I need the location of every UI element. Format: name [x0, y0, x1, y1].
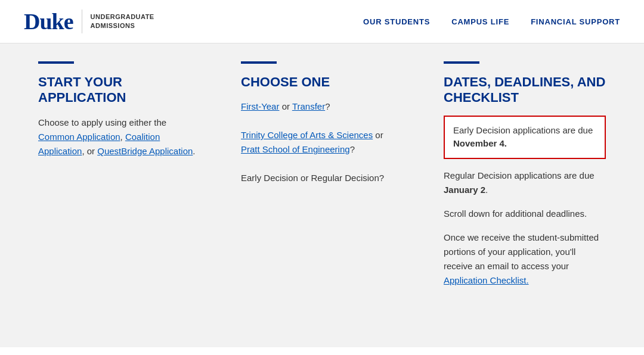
start-application-column: START YOUR APPLICATION Choose to apply u…: [24, 43, 215, 323]
nav-financial-support[interactable]: FINANCIAL SUPPORT: [531, 17, 620, 26]
regular-decision-text-pre: Regular Decision applications are due: [444, 170, 595, 180]
scroll-down-text: Scroll down for additional deadlines.: [444, 207, 606, 221]
pratt-school-link[interactable]: Pratt School of Engineering: [241, 144, 350, 154]
dates-deadlines-body: Early Decision applications are due Nove…: [444, 116, 606, 288]
period1: .: [193, 146, 195, 156]
early-decision-highlight-box: Early Decision applications are due Nove…: [444, 116, 606, 159]
early-decision-text-pre: Early Decision applications are due: [453, 125, 593, 135]
choose-one-title: CHOOSE ONE: [241, 74, 403, 90]
start-app-intro-text: Choose to apply using either the: [38, 117, 166, 127]
choose-decision-type: Early Decision or Regular Decision?: [241, 171, 403, 185]
or2: or: [373, 130, 383, 140]
dates-deadlines-title: DATES, DEADLINES, AND CHECKLIST: [444, 74, 606, 106]
start-application-title: START YOUR APPLICATION: [38, 74, 200, 106]
checklist-intro: Once we receive the student-submitted po…: [444, 232, 599, 271]
regular-decision-deadline: Regular Decision applications are due Ja…: [444, 169, 606, 197]
nav-our-students[interactable]: OUR STUDENTS: [363, 17, 430, 26]
logo-divider: [82, 10, 82, 33]
dates-deadlines-column: DATES, DEADLINES, AND CHECKLIST Early De…: [429, 43, 620, 323]
or1: or: [279, 101, 292, 111]
main-content: START YOUR APPLICATION Choose to apply u…: [0, 43, 644, 347]
nav-campus-life[interactable]: CAMPUS LIFE: [451, 17, 509, 26]
comma1: ,: [120, 132, 125, 142]
start-application-body: Choose to apply using either the Common …: [38, 116, 200, 158]
logo-area: Duke UNDERGRADUATE ADMISSIONS: [24, 8, 154, 35]
site-header: Duke UNDERGRADUATE ADMISSIONS OUR STUDEN…: [0, 0, 644, 43]
choose-year-type: First-Year or Transfer?: [241, 99, 403, 114]
transfer-link[interactable]: Transfer: [292, 101, 325, 111]
regular-decision-date: January 2: [444, 185, 485, 195]
regular-decision-period: .: [485, 185, 488, 195]
early-decision-date: November 4.: [453, 138, 507, 148]
duke-logo: Duke: [24, 8, 73, 35]
q1: ?: [325, 101, 330, 111]
comma2: , or: [82, 146, 97, 156]
choose-school: Trinity College of Arts & Sciences or Pr…: [241, 128, 403, 157]
common-application-link[interactable]: Common Application: [38, 132, 120, 142]
q2: ?: [350, 144, 355, 154]
logo-subtitle: UNDERGRADUATE ADMISSIONS: [91, 13, 154, 31]
checklist-text: Once we receive the student-submitted po…: [444, 231, 606, 288]
trinity-college-link[interactable]: Trinity College of Arts & Sciences: [241, 130, 373, 140]
questbridge-application-link[interactable]: QuestBridge Application: [97, 146, 193, 156]
main-nav: OUR STUDENTS CAMPUS LIFE FINANCIAL SUPPO…: [363, 17, 620, 26]
choose-one-body: First-Year or Transfer? Trinity College …: [241, 99, 403, 185]
choose-one-column: CHOOSE ONE First-Year or Transfer? Trini…: [227, 43, 417, 323]
first-year-link[interactable]: First-Year: [241, 101, 279, 111]
application-checklist-link[interactable]: Application Checklist.: [444, 275, 529, 285]
